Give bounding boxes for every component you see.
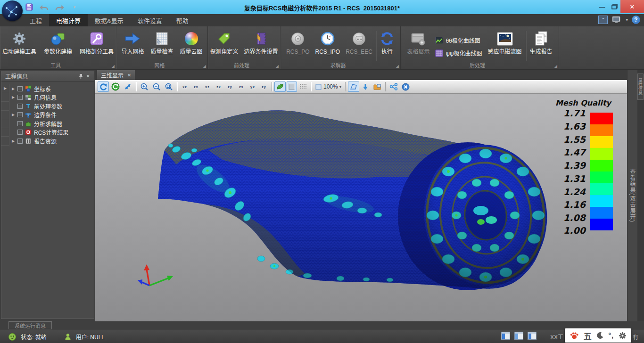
gutter-expander-icon[interactable]: ▶ — [1, 84, 9, 93]
share-flow-button[interactable] — [388, 82, 399, 92]
save-button[interactable] — [25, 2, 34, 12]
minimize-button[interactable]: — — [596, 0, 608, 13]
menu-tab-help[interactable]: 帮助 — [169, 14, 196, 26]
quick-access-dropdown-icon[interactable]: ▾ — [70, 2, 79, 12]
dialog-launcher-icon[interactable]: ◢ — [396, 65, 399, 68]
rcs-po-button[interactable]: RCS_PO — [284, 29, 312, 56]
ime-wubi-mode[interactable]: 五 — [584, 330, 592, 342]
boundary-condition-settings-button[interactable]: 边界条件设置 — [242, 29, 281, 56]
checkbox[interactable] — [17, 104, 23, 109]
help-icon[interactable]: ? — [632, 16, 640, 24]
view-preset-zx3-button[interactable]: zx — [236, 82, 247, 92]
ime-punctuation-mode[interactable]: °, — [609, 332, 614, 339]
view-preset-zy-button[interactable]: zy — [225, 82, 235, 92]
ime-paw-icon[interactable] — [570, 331, 579, 340]
quality-cloud-map-button[interactable]: 质量云图 — [178, 29, 205, 56]
parametric-modeling-button[interactable]: 参数化建模 — [41, 29, 74, 56]
tree-item-rcs-results[interactable]: RCS计算结果 — [10, 128, 94, 137]
pin-icon[interactable] — [78, 74, 83, 79]
display-style-icon[interactable] — [611, 16, 622, 24]
checkbox[interactable] — [17, 139, 23, 144]
menu-tab-em-computation[interactable]: 电磁计算 — [49, 14, 88, 26]
import-mesh-button[interactable]: 导入网格 — [119, 29, 146, 56]
dialog-launcher-icon[interactable]: ◢ — [276, 65, 279, 68]
view-preset-zx2-button[interactable]: zx — [214, 82, 224, 92]
layout-split-panel-button[interactable] — [514, 332, 523, 340]
table-display-button[interactable]: 表格展示 — [405, 29, 432, 56]
tree-item-preprocess-params[interactable]: T 前处理参数 — [10, 102, 94, 111]
zoom-out-button[interactable] — [151, 82, 162, 92]
panel-close-icon[interactable]: ✕ — [86, 74, 90, 79]
menu-tab-software-settings[interactable]: 软件设置 — [131, 14, 169, 26]
close-button[interactable]: ✕ — [620, 0, 644, 13]
dialog-launcher-icon[interactable]: ◢ — [554, 65, 557, 68]
zoom-level-control[interactable]: 100% ▾ — [314, 82, 343, 92]
expander-icon[interactable]: ▶ — [11, 139, 16, 143]
viewport-3d-canvas[interactable]: Mesh Quality 1.71 1.63 1.55 1.47 1.39 1.… — [95, 94, 627, 321]
pan-view-button[interactable] — [122, 82, 133, 92]
layout-left-panel-button[interactable] — [501, 332, 510, 340]
execute-button[interactable]: 执行 — [377, 29, 397, 56]
system-messages-tab[interactable]: 系统运行消息 — [8, 321, 52, 329]
tree-item-analysis-solver[interactable]: 分析求解器 — [10, 119, 94, 128]
quality-check-button[interactable]: 质量检查 — [148, 29, 175, 56]
tab-close-icon[interactable]: ✕ — [127, 73, 131, 78]
flat-view-button[interactable] — [287, 82, 297, 92]
checkbox[interactable] — [17, 130, 23, 135]
solver-group-label: 求解器 — [283, 61, 393, 69]
expander-icon[interactable]: ▶ — [11, 95, 16, 99]
capture-image-button[interactable] — [372, 82, 383, 92]
psi-polarization-curve-button[interactable]: ψψ极化曲线图 — [433, 48, 484, 58]
tree-item-coordinate-system[interactable]: ▶ 坐标系 — [10, 84, 94, 93]
expander-icon[interactable]: ▶ — [11, 87, 16, 91]
dialog-launcher-icon[interactable]: ◢ — [112, 65, 115, 68]
display-style-dropdown-icon[interactable]: ▾ — [626, 17, 628, 22]
section-select-button[interactable] — [348, 82, 359, 92]
checkbox[interactable] — [17, 121, 23, 126]
tree-item-boundary-conditions[interactable]: ▶ 边界条件 — [10, 111, 94, 120]
results-splitter-bar[interactable]: 查看结果(双击展开) — [627, 70, 637, 321]
view-preset-zx-button[interactable]: zx — [191, 82, 201, 92]
checkbox[interactable] — [17, 86, 23, 91]
ime-gear-icon[interactable] — [619, 332, 627, 340]
theta-polarization-curve-button[interactable]: θθ极化曲线图 — [433, 35, 484, 45]
tree-item-report-resources[interactable]: ▶ 报告资源 — [10, 137, 94, 146]
probe-angle-define-button[interactable]: 探测角定义 — [207, 29, 240, 56]
menu-tab-project[interactable]: 工程 — [23, 14, 49, 26]
view-preset-xz-button[interactable]: xz — [180, 82, 190, 92]
close-view-button[interactable] — [400, 82, 411, 92]
view-preset-zy2-button[interactable]: zy — [259, 82, 269, 92]
rcs-eec-button[interactable]: RCS_EEC — [343, 29, 375, 56]
layout-right-panel-button[interactable] — [528, 332, 537, 340]
menu-tab-data-display[interactable]: 数据&显示 — [88, 14, 131, 26]
view-preset-xz2-button[interactable]: xz — [202, 82, 213, 92]
expander-icon[interactable]: ▶ — [11, 113, 16, 117]
app-logo-icon[interactable] — [2, 0, 23, 21]
checkbox[interactable] — [17, 112, 23, 117]
maximize-button[interactable] — [608, 0, 620, 13]
points-view-button[interactable] — [298, 82, 308, 92]
zoom-in-button[interactable] — [139, 82, 150, 92]
redo-button[interactable] — [55, 2, 64, 12]
shaded-view-button[interactable] — [274, 82, 286, 92]
zoom-dropdown-icon[interactable]: ▾ — [339, 84, 342, 89]
postprocess-group-label: 后处理 — [404, 61, 551, 69]
zoom-fit-button[interactable] — [163, 82, 174, 92]
collapse-ribbon-icon[interactable]: ⌃ — [598, 16, 608, 24]
undo-button[interactable] — [40, 2, 49, 12]
tab-3d-display[interactable]: 三维显示 ✕ — [97, 70, 135, 80]
mesh-partition-tool-button[interactable]: 网格剖分工具 — [77, 29, 116, 56]
rcs-ipo-button[interactable]: RCS_IPO — [313, 29, 342, 56]
ime-moon-icon[interactable] — [596, 332, 604, 339]
start-modeling-tool-button[interactable]: 启动建模工具 — [0, 29, 39, 56]
induced-current-map-button[interactable]: 感应电磁流图 — [486, 29, 524, 56]
dialog-launcher-icon[interactable]: ◢ — [203, 65, 206, 68]
tree-item-geometry-info[interactable]: ▶ 几何信息 — [10, 93, 94, 102]
checkbox[interactable] — [17, 95, 23, 100]
drop-down-view-button[interactable] — [360, 82, 371, 92]
view-preset-yx-button[interactable]: yx — [248, 82, 258, 92]
spin-view-button[interactable] — [110, 82, 121, 92]
rotate-view-button[interactable] — [98, 82, 109, 92]
property-info-tab[interactable]: 属性信息 — [637, 74, 644, 100]
generate-report-button[interactable]: 生成报告 — [528, 29, 555, 56]
